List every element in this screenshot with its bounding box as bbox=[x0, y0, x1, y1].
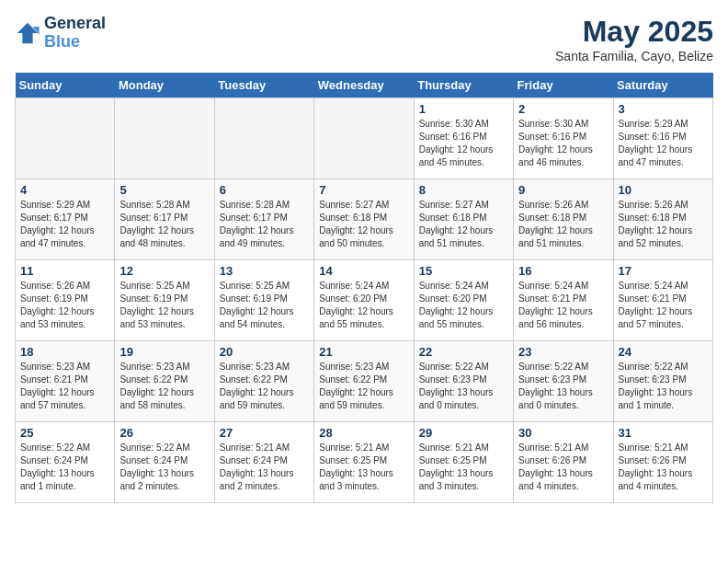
day-number: 10 bbox=[619, 183, 708, 197]
calendar-cell bbox=[214, 98, 313, 179]
calendar-cell: 21Sunrise: 5:23 AM Sunset: 6:22 PM Dayli… bbox=[314, 341, 414, 422]
day-number: 27 bbox=[220, 426, 309, 440]
logo: General Blue bbox=[15, 15, 106, 52]
calendar-cell: 29Sunrise: 5:21 AM Sunset: 6:25 PM Dayli… bbox=[414, 422, 513, 503]
cell-info: Sunrise: 5:22 AM Sunset: 6:23 PM Dayligh… bbox=[419, 361, 508, 412]
calendar-cell: 9Sunrise: 5:26 AM Sunset: 6:18 PM Daylig… bbox=[514, 179, 613, 260]
day-number: 5 bbox=[119, 183, 209, 197]
day-number: 16 bbox=[518, 264, 608, 278]
page-header: General Blue May 2025 Santa Familia, Cay… bbox=[15, 15, 713, 63]
cell-info: Sunrise: 5:21 AM Sunset: 6:26 PM Dayligh… bbox=[619, 442, 708, 493]
calendar-cell: 4Sunrise: 5:29 AM Sunset: 6:17 PM Daylig… bbox=[16, 179, 115, 260]
day-number: 3 bbox=[619, 102, 708, 116]
calendar-cell: 15Sunrise: 5:24 AM Sunset: 6:20 PM Dayli… bbox=[414, 260, 513, 341]
title-block: May 2025 Santa Familia, Cayo, Belize bbox=[555, 15, 713, 63]
calendar-cell: 3Sunrise: 5:29 AM Sunset: 6:16 PM Daylig… bbox=[613, 98, 712, 179]
day-number: 30 bbox=[518, 426, 608, 440]
calendar-cell: 1Sunrise: 5:30 AM Sunset: 6:16 PM Daylig… bbox=[414, 98, 513, 179]
cell-info: Sunrise: 5:23 AM Sunset: 6:22 PM Dayligh… bbox=[119, 361, 209, 412]
calendar-cell: 17Sunrise: 5:24 AM Sunset: 6:21 PM Dayli… bbox=[613, 260, 712, 341]
calendar-cell: 16Sunrise: 5:24 AM Sunset: 6:21 PM Dayli… bbox=[514, 260, 613, 341]
day-number: 23 bbox=[518, 345, 608, 359]
day-number: 9 bbox=[518, 183, 608, 197]
cell-info: Sunrise: 5:24 AM Sunset: 6:21 PM Dayligh… bbox=[619, 280, 708, 331]
cell-info: Sunrise: 5:24 AM Sunset: 6:20 PM Dayligh… bbox=[319, 280, 408, 331]
calendar-cell: 30Sunrise: 5:21 AM Sunset: 6:26 PM Dayli… bbox=[514, 422, 613, 503]
day-header-tuesday: Tuesday bbox=[214, 73, 313, 98]
month-title: May 2025 bbox=[555, 15, 713, 49]
calendar-cell: 28Sunrise: 5:21 AM Sunset: 6:25 PM Dayli… bbox=[314, 422, 414, 503]
day-number: 1 bbox=[419, 102, 508, 116]
calendar-cell: 10Sunrise: 5:26 AM Sunset: 6:18 PM Dayli… bbox=[613, 179, 712, 260]
day-header-monday: Monday bbox=[115, 73, 214, 98]
cell-info: Sunrise: 5:25 AM Sunset: 6:19 PM Dayligh… bbox=[220, 280, 309, 331]
cell-info: Sunrise: 5:22 AM Sunset: 6:24 PM Dayligh… bbox=[20, 442, 109, 493]
day-number: 15 bbox=[419, 264, 508, 278]
cell-info: Sunrise: 5:23 AM Sunset: 6:21 PM Dayligh… bbox=[20, 361, 109, 412]
day-number: 31 bbox=[619, 426, 708, 440]
calendar-header-row: SundayMondayTuesdayWednesdayThursdayFrid… bbox=[16, 73, 713, 98]
cell-info: Sunrise: 5:24 AM Sunset: 6:21 PM Dayligh… bbox=[518, 280, 608, 331]
day-number: 24 bbox=[619, 345, 708, 359]
day-number: 25 bbox=[20, 426, 109, 440]
calendar-cell: 23Sunrise: 5:22 AM Sunset: 6:23 PM Dayli… bbox=[514, 341, 613, 422]
day-number: 2 bbox=[518, 102, 608, 116]
cell-info: Sunrise: 5:22 AM Sunset: 6:24 PM Dayligh… bbox=[119, 442, 209, 493]
location: Santa Familia, Cayo, Belize bbox=[555, 49, 713, 63]
logo-icon bbox=[15, 20, 40, 46]
day-number: 28 bbox=[319, 426, 408, 440]
cell-info: Sunrise: 5:22 AM Sunset: 6:23 PM Dayligh… bbox=[518, 361, 608, 412]
cell-info: Sunrise: 5:28 AM Sunset: 6:17 PM Dayligh… bbox=[220, 199, 309, 250]
cell-info: Sunrise: 5:24 AM Sunset: 6:20 PM Dayligh… bbox=[419, 280, 508, 331]
cell-info: Sunrise: 5:30 AM Sunset: 6:16 PM Dayligh… bbox=[419, 118, 508, 169]
day-number: 18 bbox=[20, 345, 109, 359]
cell-info: Sunrise: 5:21 AM Sunset: 6:25 PM Dayligh… bbox=[319, 442, 408, 493]
cell-info: Sunrise: 5:25 AM Sunset: 6:19 PM Dayligh… bbox=[119, 280, 209, 331]
calendar-week-3: 11Sunrise: 5:26 AM Sunset: 6:19 PM Dayli… bbox=[16, 260, 713, 341]
day-number: 20 bbox=[220, 345, 309, 359]
cell-info: Sunrise: 5:29 AM Sunset: 6:17 PM Dayligh… bbox=[20, 199, 109, 250]
calendar-body: 1Sunrise: 5:30 AM Sunset: 6:16 PM Daylig… bbox=[16, 98, 713, 503]
day-header-friday: Friday bbox=[514, 73, 613, 98]
calendar-table: SundayMondayTuesdayWednesdayThursdayFrid… bbox=[15, 73, 713, 503]
cell-info: Sunrise: 5:29 AM Sunset: 6:16 PM Dayligh… bbox=[619, 118, 708, 169]
logo-line2: Blue bbox=[44, 33, 106, 52]
day-header-sunday: Sunday bbox=[16, 73, 115, 98]
cell-info: Sunrise: 5:21 AM Sunset: 6:24 PM Dayligh… bbox=[220, 442, 309, 493]
day-number: 12 bbox=[119, 264, 209, 278]
calendar-cell: 6Sunrise: 5:28 AM Sunset: 6:17 PM Daylig… bbox=[214, 179, 313, 260]
cell-info: Sunrise: 5:26 AM Sunset: 6:19 PM Dayligh… bbox=[20, 280, 109, 331]
day-header-thursday: Thursday bbox=[414, 73, 513, 98]
calendar-cell: 13Sunrise: 5:25 AM Sunset: 6:19 PM Dayli… bbox=[214, 260, 313, 341]
calendar-cell: 22Sunrise: 5:22 AM Sunset: 6:23 PM Dayli… bbox=[414, 341, 513, 422]
day-number: 17 bbox=[619, 264, 708, 278]
calendar-week-4: 18Sunrise: 5:23 AM Sunset: 6:21 PM Dayli… bbox=[16, 341, 713, 422]
cell-info: Sunrise: 5:28 AM Sunset: 6:17 PM Dayligh… bbox=[119, 199, 209, 250]
calendar-cell bbox=[16, 98, 115, 179]
calendar-cell: 19Sunrise: 5:23 AM Sunset: 6:22 PM Dayli… bbox=[115, 341, 214, 422]
cell-info: Sunrise: 5:21 AM Sunset: 6:25 PM Dayligh… bbox=[419, 442, 508, 493]
day-number: 8 bbox=[419, 183, 508, 197]
day-number: 14 bbox=[319, 264, 408, 278]
day-number: 29 bbox=[419, 426, 508, 440]
cell-info: Sunrise: 5:30 AM Sunset: 6:16 PM Dayligh… bbox=[518, 118, 608, 169]
day-number: 11 bbox=[20, 264, 109, 278]
cell-info: Sunrise: 5:27 AM Sunset: 6:18 PM Dayligh… bbox=[419, 199, 508, 250]
day-header-saturday: Saturday bbox=[613, 73, 712, 98]
calendar-week-5: 25Sunrise: 5:22 AM Sunset: 6:24 PM Dayli… bbox=[16, 422, 713, 503]
calendar-cell: 26Sunrise: 5:22 AM Sunset: 6:24 PM Dayli… bbox=[115, 422, 214, 503]
calendar-cell: 5Sunrise: 5:28 AM Sunset: 6:17 PM Daylig… bbox=[115, 179, 214, 260]
calendar-week-1: 1Sunrise: 5:30 AM Sunset: 6:16 PM Daylig… bbox=[16, 98, 713, 179]
calendar-cell: 24Sunrise: 5:22 AM Sunset: 6:23 PM Dayli… bbox=[613, 341, 712, 422]
calendar-cell: 14Sunrise: 5:24 AM Sunset: 6:20 PM Dayli… bbox=[314, 260, 414, 341]
cell-info: Sunrise: 5:23 AM Sunset: 6:22 PM Dayligh… bbox=[220, 361, 309, 412]
calendar-cell: 7Sunrise: 5:27 AM Sunset: 6:18 PM Daylig… bbox=[314, 179, 414, 260]
cell-info: Sunrise: 5:26 AM Sunset: 6:18 PM Dayligh… bbox=[619, 199, 708, 250]
calendar-cell: 27Sunrise: 5:21 AM Sunset: 6:24 PM Dayli… bbox=[214, 422, 313, 503]
cell-info: Sunrise: 5:22 AM Sunset: 6:23 PM Dayligh… bbox=[619, 361, 708, 412]
calendar-cell bbox=[314, 98, 414, 179]
calendar-cell: 8Sunrise: 5:27 AM Sunset: 6:18 PM Daylig… bbox=[414, 179, 513, 260]
calendar-week-2: 4Sunrise: 5:29 AM Sunset: 6:17 PM Daylig… bbox=[16, 179, 713, 260]
day-number: 21 bbox=[319, 345, 408, 359]
logo-line1: General bbox=[44, 15, 106, 33]
